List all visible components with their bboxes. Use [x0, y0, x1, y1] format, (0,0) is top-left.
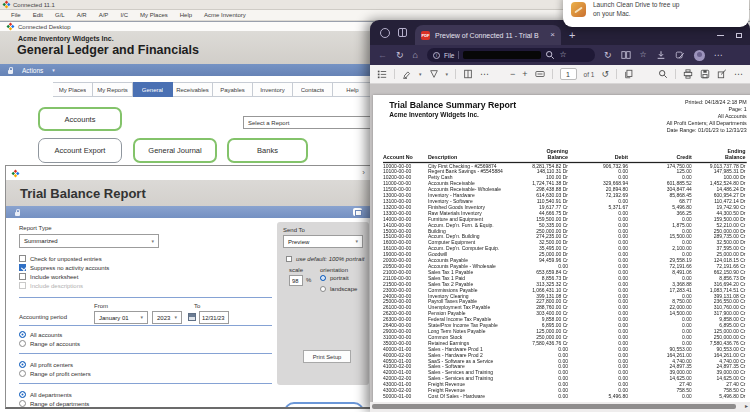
radio-option[interactable]: Range of accounts — [19, 340, 80, 347]
menu-item[interactable]: Help — [174, 12, 198, 18]
radio-option[interactable]: Range of profit centers — [19, 370, 91, 377]
edit-icon[interactable] — [717, 69, 727, 79]
radio-icon[interactable] — [19, 391, 26, 398]
option-checkbox[interactable]: Include worksheet — [19, 273, 78, 280]
home-icon[interactable]: ⌂ — [413, 51, 418, 60]
checkbox-icon[interactable] — [19, 282, 26, 289]
browser-logo-icon[interactable] — [380, 28, 390, 38]
browser-tab[interactable]: PDF Preview of Connected 11 - Trial B × — [415, 25, 561, 45]
menu-item[interactable]: G/L — [49, 12, 71, 18]
fit-to-width-icon[interactable] — [535, 69, 545, 79]
search-icon[interactable] — [545, 50, 555, 60]
page-view-icon[interactable] — [463, 69, 473, 79]
chevron-down-icon[interactable]: ▾ — [446, 72, 449, 77]
tab[interactable]: General — [133, 82, 173, 97]
download-icon[interactable] — [656, 50, 666, 60]
menu-item[interactable]: File — [5, 12, 27, 18]
scroll-right-arrow[interactable]: ▸ — [745, 402, 748, 409]
option-checkbox[interactable]: Suppress no activity accounts — [19, 264, 109, 271]
scale-input[interactable] — [289, 275, 303, 286]
radio-option[interactable]: All profit centers — [19, 361, 73, 368]
save-icon[interactable] — [700, 69, 710, 79]
collections-icon[interactable] — [675, 50, 685, 60]
banks-button[interactable]: Banks — [227, 138, 308, 163]
more-tools-icon[interactable]: ⋯ — [480, 70, 489, 79]
calendar-icon[interactable] — [188, 313, 196, 321]
browser-menu-icon[interactable]: ⋯ — [714, 51, 723, 60]
sync-icon[interactable]: ↻ — [604, 51, 612, 60]
expand-icon[interactable]: › — [362, 169, 365, 177]
radio-option[interactable]: All accounts — [19, 331, 62, 338]
general-journal-button[interactable]: General Journal — [133, 138, 217, 163]
split-screen-icon[interactable] — [621, 50, 631, 60]
checkbox-icon[interactable] — [19, 255, 26, 262]
option-checkbox[interactable]: Check for unposted entries — [19, 255, 102, 262]
checkbox-icon[interactable] — [19, 273, 26, 280]
print-icon[interactable] — [683, 69, 693, 79]
zoom-in-button[interactable]: + — [522, 70, 527, 79]
account-export-button[interactable]: Account Export — [38, 138, 122, 163]
period-month-select[interactable]: January 01 ▾ — [94, 311, 148, 324]
tab[interactable]: Payables — [213, 82, 253, 97]
pen-icon[interactable] — [429, 69, 439, 79]
checkbox-icon[interactable] — [286, 256, 292, 262]
menu-item[interactable]: My Places — [134, 12, 174, 18]
tab[interactable]: Inventory — [253, 82, 293, 97]
radio-icon[interactable] — [19, 400, 26, 407]
tab[interactable]: Help — [333, 82, 373, 97]
minimize-icon[interactable] — [717, 35, 724, 36]
search-icon[interactable] — [658, 69, 668, 79]
report-type-select[interactable]: Summarized ▾ — [19, 234, 159, 248]
back-icon[interactable]: ← — [378, 51, 387, 60]
menu-item[interactable]: I/C — [114, 12, 134, 18]
menu-item[interactable]: Edit — [27, 12, 49, 18]
tab[interactable]: My Reports — [93, 82, 133, 97]
profile-avatar[interactable] — [694, 50, 705, 61]
period-to-input[interactable] — [199, 311, 229, 324]
menu-item[interactable]: A/R — [71, 12, 93, 18]
reload-icon[interactable]: ↻ — [396, 51, 404, 60]
page-copy-icon[interactable] — [624, 69, 634, 79]
workspaces-icon[interactable] — [398, 28, 407, 37]
close-tab-icon[interactable]: × — [550, 31, 555, 39]
highlighter-icon[interactable] — [402, 69, 412, 79]
more-options-icon[interactable]: ⋯ — [734, 70, 743, 79]
address-bar[interactable]: i File ☆ — [427, 48, 595, 62]
actions-menu[interactable]: Actions — [22, 67, 43, 74]
radio-icon[interactable] — [19, 361, 26, 368]
favorite-star-icon[interactable]: ☆ — [559, 51, 566, 59]
favorites-bar-icon[interactable]: ☆ — [640, 51, 647, 59]
tab[interactable]: Receivables — [173, 82, 213, 97]
radio-option[interactable]: Range of departments — [19, 400, 89, 407]
pdf-viewer[interactable]: Trial Balance Summary Report Acme Invent… — [370, 84, 750, 402]
info-icon[interactable]: i — [433, 52, 440, 59]
horizontal-scrollbar[interactable]: ▸ — [370, 402, 750, 410]
maximize-icon[interactable] — [736, 33, 742, 38]
window-tool-icon[interactable] — [353, 208, 362, 216]
use-default-checkbox[interactable]: use default: 100% portrait — [286, 256, 364, 262]
radio-icon[interactable] — [19, 331, 26, 338]
tab[interactable]: My Places — [53, 82, 93, 97]
select-a-report-dropdown[interactable]: Select a Report — [243, 116, 372, 129]
new-tab-button[interactable]: + — [569, 30, 575, 41]
tab[interactable]: Contacts — [293, 82, 333, 97]
notification-toast[interactable]: Launch Clean Drive to free up on your Ma… — [563, 0, 749, 27]
radio-icon[interactable] — [19, 340, 26, 347]
accounts-button[interactable]: Accounts — [38, 107, 122, 131]
print-now-button[interactable]: Print Now — [284, 402, 364, 409]
print-setup-button[interactable]: Print Setup — [303, 350, 351, 363]
checkbox-icon[interactable] — [19, 264, 26, 271]
menu-item[interactable]: A/P — [93, 12, 115, 18]
radio-option[interactable]: portrait — [320, 275, 349, 281]
page-number-input[interactable] — [560, 68, 577, 80]
radio-option[interactable]: landscape — [320, 286, 357, 292]
menu-item[interactable]: Acme Inventory — [198, 12, 252, 18]
radio-icon[interactable] — [320, 275, 326, 281]
chevron-down-icon[interactable]: ▾ — [419, 72, 422, 77]
option-checkbox[interactable]: Include descriptions — [19, 282, 83, 289]
scrollbar-thumb[interactable] — [372, 404, 736, 409]
period-year-select[interactable]: 2023 ▾ — [152, 311, 182, 324]
table-of-contents-icon[interactable] — [377, 69, 387, 79]
radio-icon[interactable] — [19, 370, 26, 377]
zoom-out-button[interactable]: − — [510, 70, 515, 79]
